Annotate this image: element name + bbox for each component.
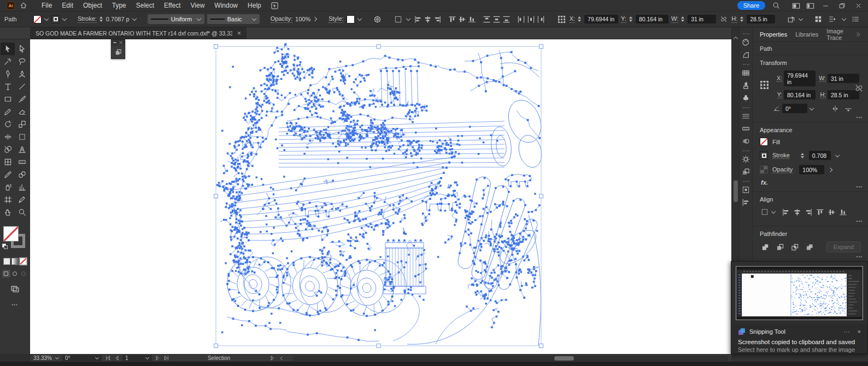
pathfinder-more-options[interactable]: ••• (857, 254, 863, 259)
app-logo[interactable]: Ai (7, 2, 15, 10)
align-left-icon[interactable] (413, 14, 423, 24)
panel-x-field[interactable]: 79.6944 in (784, 70, 816, 86)
transform-again-chevron-icon[interactable] (799, 17, 803, 21)
appearance-stroke-chevron-icon[interactable] (835, 154, 840, 158)
align-bottom-icon[interactable] (467, 14, 477, 24)
none-button[interactable] (20, 258, 27, 265)
tool-artboard[interactable] (1, 193, 15, 206)
floating-panel[interactable] (111, 39, 125, 59)
style-label[interactable]: Style: (329, 15, 344, 23)
dist-v-top-icon[interactable] (482, 14, 492, 24)
tool-free-transform[interactable] (15, 131, 29, 143)
h-label[interactable]: H: (731, 15, 737, 23)
tool-blend[interactable] (15, 168, 29, 181)
align-to-chevron-icon[interactable] (406, 17, 410, 21)
recolor-artwork-icon[interactable] (373, 14, 383, 24)
tool-selection[interactable] (1, 43, 15, 55)
tab-close-icon[interactable]: × (237, 29, 241, 37)
workspace-switcher-icon[interactable] (804, 0, 817, 11)
transform-again-icon[interactable] (786, 14, 796, 24)
fx-button[interactable]: fx. (761, 179, 861, 186)
tool-pencil[interactable] (1, 105, 15, 118)
dist-v-center-icon[interactable] (492, 14, 502, 24)
artboard-number-field[interactable]: 1 (122, 355, 152, 361)
tool-symbol-sprayer[interactable] (1, 181, 15, 193)
appearance-opacity-label[interactable]: Opacity (772, 166, 793, 174)
opacity-value[interactable]: 100% (295, 16, 310, 22)
panel-align-v-center-icon[interactable] (826, 207, 836, 217)
appearance-stroke-field[interactable]: 0.708 (809, 151, 831, 160)
pathfinder-minus-front-icon[interactable] (775, 242, 785, 252)
status-indicator[interactable]: Selection (208, 355, 230, 361)
appearance-stroke-label[interactable]: Stroke (772, 152, 790, 160)
style-swatch[interactable] (347, 15, 355, 23)
tool-eraser[interactable] (15, 105, 29, 118)
tool-curvature[interactable] (15, 68, 29, 80)
dock-group-handle[interactable] (743, 107, 749, 108)
y-label[interactable]: Y: (621, 15, 626, 23)
opacity-options-icon[interactable] (829, 168, 833, 172)
zoom-level[interactable]: 33.33% (33, 355, 52, 361)
tool-scale[interactable] (15, 118, 29, 131)
menu-window[interactable]: Window (209, 0, 243, 11)
tool-zoom[interactable] (15, 206, 29, 219)
appearance-stroke-swatch[interactable] (760, 151, 768, 160)
stroke-weight-label[interactable]: Stroke: (78, 15, 97, 23)
menu-help[interactable]: Help (243, 0, 266, 11)
tool-paintbrush[interactable] (15, 93, 29, 105)
tool-rectangle[interactable] (1, 93, 15, 105)
panel-y-label[interactable]: Y: (777, 91, 782, 98)
stroke-stepper[interactable] (99, 16, 103, 22)
align-to-selection-icon[interactable] (760, 207, 770, 217)
align-top-icon[interactable] (448, 14, 458, 24)
pathfinder-exclude-icon[interactable] (804, 242, 815, 252)
dock-align-panel-icon[interactable] (740, 196, 753, 209)
stroke-color-swatch[interactable] (51, 15, 60, 23)
menu-edit[interactable]: Edit (57, 0, 78, 11)
draw-normal-mode[interactable] (2, 270, 10, 278)
dock-pathfinder-panel-icon[interactable] (740, 166, 753, 178)
panel-drag-handle[interactable] (113, 42, 116, 43)
y-stepper[interactable] (629, 16, 632, 22)
appearance-opacity-icon[interactable] (760, 166, 768, 174)
canvas[interactable] (30, 39, 731, 354)
document-tab[interactable]: SO GOD MADE A FARMER ONTARIO WITH TEXT r… (30, 27, 247, 39)
transform-more-options[interactable]: ••• (857, 115, 863, 120)
collapsed-panel-icon[interactable] (112, 45, 125, 58)
horizontal-scrollbar[interactable] (293, 356, 728, 361)
snipping-tool-popup[interactable]: Snipping Tool ··· × Screenshot copied to… (731, 261, 868, 354)
tab-properties[interactable]: Properties (760, 31, 787, 38)
style-chevron-icon[interactable] (357, 17, 362, 21)
tool-direct-selection[interactable] (15, 43, 29, 55)
minimize-button[interactable] (818, 0, 833, 11)
tab-image-trace[interactable]: Image Trace (826, 28, 847, 41)
tool-width[interactable] (1, 131, 15, 143)
color-button[interactable] (3, 258, 10, 265)
notification-more-icon[interactable]: ··· (844, 328, 850, 335)
first-artboard-icon[interactable] (105, 355, 111, 361)
dock-group-handle[interactable] (743, 150, 749, 151)
tool-slice[interactable] (15, 193, 29, 206)
draw-inside-mode[interactable] (20, 270, 28, 278)
dist-h-left-icon[interactable] (517, 14, 526, 24)
tool-mesh[interactable] (1, 156, 15, 168)
align-right-icon[interactable] (433, 14, 443, 24)
snip-notification[interactable]: Snipping Tool ··· × Screenshot copied to… (731, 324, 867, 353)
flip-horizontal-icon[interactable] (831, 105, 839, 113)
dock-gradient-icon[interactable] (740, 49, 753, 61)
default-fill-stroke-icon[interactable] (2, 244, 8, 250)
notification-action[interactable]: Select here to mark up and share the ima… (738, 346, 861, 353)
panel-w-label[interactable]: W: (819, 75, 826, 82)
tool-gradient[interactable] (15, 156, 29, 168)
appearance-more-options[interactable]: ••• (857, 184, 863, 189)
list-view-icon[interactable] (851, 14, 860, 24)
horizontal-scroll-thumb[interactable] (554, 356, 574, 361)
gradient-button[interactable] (11, 258, 19, 265)
flip-vertical-icon[interactable] (844, 105, 852, 113)
artwork-selection[interactable] (30, 39, 731, 354)
dist-v-bottom-icon[interactable] (502, 14, 512, 24)
restore-button[interactable] (834, 0, 849, 11)
properties-grid-icon[interactable] (813, 14, 823, 24)
x-stepper[interactable] (578, 16, 581, 22)
panel-align-top-icon[interactable] (815, 207, 825, 217)
